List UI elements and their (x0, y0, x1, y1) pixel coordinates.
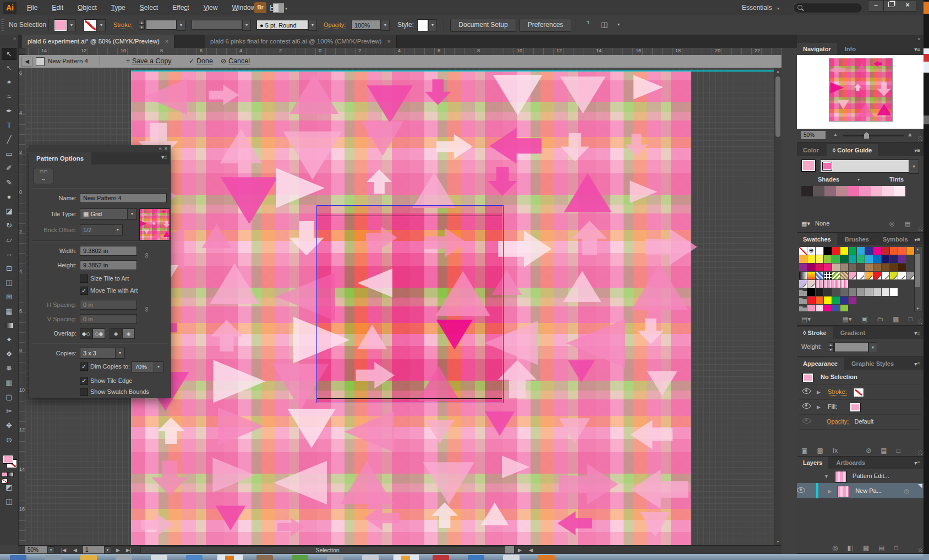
scale-tool[interactable]: ▱ (2, 234, 17, 246)
taskbar-icon[interactable] (151, 555, 167, 560)
menu-select[interactable]: Select (133, 0, 165, 15)
swatch-pattern-plaid[interactable] (816, 280, 823, 288)
swatch[interactable] (857, 288, 865, 296)
fill-color-dropdown[interactable]: ▾ (67, 19, 76, 31)
swatch-options-icon[interactable]: ▣ (861, 315, 867, 323)
swatch[interactable] (882, 255, 889, 263)
swatch-grid[interactable]: ⊕ (799, 247, 915, 321)
duplicate-item-icon[interactable]: ▤ (881, 447, 887, 454)
swatch-pattern-plaid[interactable] (832, 280, 840, 288)
swatch[interactable] (882, 288, 889, 296)
swatch-gradient[interactable] (799, 272, 807, 279)
swatch[interactable] (816, 247, 823, 255)
swatch[interactable] (849, 297, 856, 304)
eraser-tool[interactable]: ◪ (2, 205, 17, 217)
limits-group[interactable]: ▦▾ None (801, 220, 829, 227)
move-tile-with-art-checkbox[interactable]: ✓ (80, 287, 88, 295)
swatch[interactable] (865, 247, 873, 255)
panel-menu-icon[interactable]: ▾≡ (914, 46, 920, 52)
document-setup-button[interactable]: Document Setup (450, 19, 516, 32)
layer-name[interactable]: New Pa... (855, 487, 882, 494)
swatch-global[interactable] (807, 280, 815, 288)
swatch[interactable] (840, 255, 848, 263)
navigator-preview[interactable] (797, 55, 923, 129)
swatch[interactable] (857, 263, 865, 271)
taskbar-icon[interactable] (256, 555, 273, 560)
zoom-level-field[interactable]: 50% (25, 546, 47, 553)
swatch[interactable] (824, 288, 832, 296)
menu-effect[interactable]: Effect (165, 0, 196, 15)
swatch[interactable] (873, 255, 881, 263)
variation-chip[interactable] (813, 186, 824, 196)
show-tile-edge-checkbox[interactable]: ✓ (80, 377, 88, 385)
swatch[interactable] (865, 263, 873, 271)
swatch[interactable] (890, 247, 898, 255)
close-tab-icon[interactable]: × (165, 38, 168, 45)
swatch-pattern[interactable] (832, 272, 840, 279)
blend-tool[interactable]: ❖ (2, 348, 17, 360)
symbol-sprayer-tool[interactable]: ✵ (2, 363, 17, 375)
swatches-scrollbar[interactable]: ▲▼ (914, 246, 922, 311)
selection-tool[interactable]: ↖ (2, 48, 17, 60)
swatch[interactable] (824, 247, 832, 255)
restore-button[interactable] (883, 0, 899, 12)
taskbar-icon[interactable] (80, 555, 97, 560)
panel-menu-icon[interactable]: ▾≡ (914, 237, 920, 243)
swatch[interactable] (849, 247, 856, 255)
panel-grip[interactable] (1, 19, 4, 31)
style-dropdown[interactable]: ▾ (428, 19, 437, 31)
prev-artboard-icon[interactable]: ◀ (73, 546, 77, 554)
show-swatch-bounds-checkbox[interactable] (80, 388, 88, 396)
swatch[interactable] (873, 288, 881, 296)
workspace-switcher[interactable]: Essentials ▾ (742, 0, 779, 17)
swatch[interactable] (816, 255, 823, 263)
variation-chips[interactable] (801, 186, 905, 197)
swatch[interactable] (865, 288, 873, 296)
appearance-stroke-row[interactable]: ▶ Stroke: (799, 385, 921, 400)
swatch-gradient[interactable] (807, 272, 815, 279)
taskbar-icon[interactable] (538, 555, 555, 560)
pattern-artwork[interactable] (131, 72, 691, 545)
tab-gradient[interactable]: Gradient (834, 327, 871, 339)
overlap-left-front-button[interactable]: ◆◇ (80, 328, 92, 339)
copies-dropdown[interactable]: 3 x 3▾ (80, 348, 125, 359)
line-segment-tool[interactable]: ╱ (2, 134, 17, 146)
swatch-pattern[interactable] (824, 272, 832, 279)
swatch[interactable] (840, 297, 848, 304)
swatch-pattern-plaid[interactable] (824, 280, 832, 288)
brush-dropdown[interactable]: ▾ (308, 20, 317, 31)
name-input[interactable]: New Pattern 4 (80, 193, 167, 203)
chevron-down-icon[interactable]: ▾ (285, 6, 287, 11)
new-stroke-icon[interactable]: ▣ (801, 447, 807, 454)
delete-layer-icon[interactable]: □ (894, 544, 898, 552)
swatch[interactable] (849, 288, 856, 296)
layer-row-pattern-edit[interactable]: ▼ Pattern Edit... (797, 469, 923, 484)
scrollbar-thumb[interactable] (775, 76, 780, 137)
bridge-icon[interactable]: Br (254, 2, 266, 13)
swatch[interactable] (807, 263, 815, 271)
resize-grip[interactable] (918, 136, 922, 141)
lasso-tool[interactable]: ≈ (2, 91, 17, 103)
zoom-tool[interactable]: ⊙ (2, 434, 17, 446)
menu-file[interactable]: File (20, 0, 45, 15)
align-icon[interactable]: ⌝ (582, 20, 593, 30)
resize-grip[interactable] (918, 320, 922, 324)
dim-copies-checkbox[interactable]: ✓ (80, 363, 88, 371)
swatch[interactable] (882, 247, 889, 255)
link-spacing-icon[interactable]: ∞ (143, 307, 151, 312)
resize-grip[interactable] (918, 227, 922, 231)
pattern-tile-tool-button[interactable]: □ □↔ (34, 168, 53, 184)
link-dimensions-icon[interactable]: ∞ (143, 253, 151, 258)
locate-object-icon[interactable]: ◎ (832, 544, 838, 552)
appearance-fill-row[interactable]: ▶ Fill: (799, 399, 921, 415)
width-input[interactable]: 9.3802 in (80, 246, 137, 256)
done-button[interactable]: ✓Done (189, 55, 213, 68)
swatch-global[interactable] (890, 272, 898, 279)
swatch-pattern[interactable] (816, 272, 823, 279)
shape-builder-tool[interactable]: ◫ (2, 277, 17, 289)
arrange-documents-icon[interactable] (273, 3, 284, 13)
variation-chip[interactable] (871, 186, 882, 196)
swatch[interactable] (799, 255, 807, 263)
tab-plaid-experiment[interactable]: plaid 6 experiment.ai* @ 50% (CMYK/Previ… (22, 35, 174, 48)
close-tab-icon[interactable]: × (387, 38, 390, 45)
